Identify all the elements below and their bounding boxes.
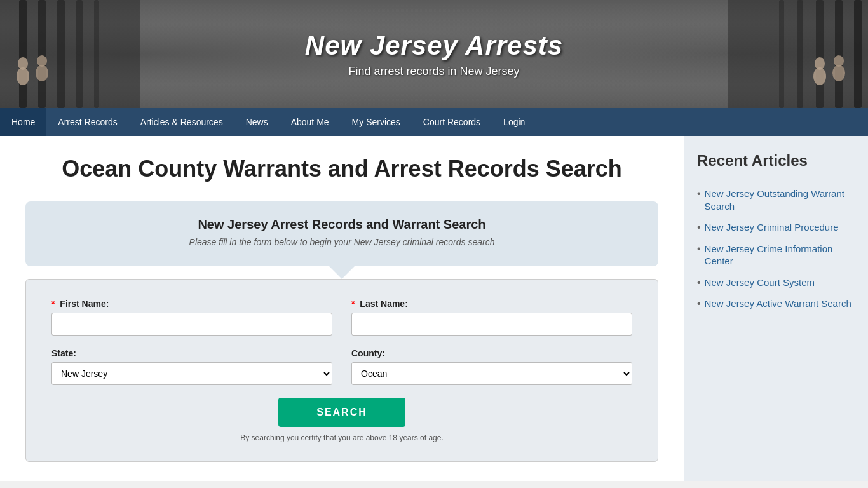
sidebar: Recent Articles • New Jersey Outstanding… — [684, 136, 868, 481]
page-title: Ocean County Warrants and Arrest Records… — [25, 155, 658, 182]
header-bars-right — [728, 0, 868, 108]
county-select[interactable]: Ocean — [351, 362, 632, 385]
first-name-required: * — [51, 299, 55, 309]
article-link-2[interactable]: New Jersey Crime Information Center — [705, 243, 855, 268]
svg-point-18 — [832, 65, 845, 81]
list-item: • New Jersey Crime Information Center — [697, 243, 855, 268]
svg-point-17 — [815, 57, 825, 70]
bullet-icon: • — [697, 188, 701, 200]
sidebar-title: Recent Articles — [697, 152, 855, 175]
svg-rect-2 — [38, 0, 46, 108]
search-box-title: New Jersey Arrest Records and Warrant Se… — [44, 217, 639, 232]
first-name-label: * First Name: — [51, 299, 332, 309]
last-name-label: * Last Name: — [351, 299, 632, 309]
list-item: • New Jersey Criminal Procedure — [697, 221, 855, 234]
nav-court-records[interactable]: Court Records — [412, 108, 492, 136]
site-subtitle: Find arrest records in New Jersey — [305, 65, 563, 78]
county-group: County: Ocean — [351, 348, 632, 385]
state-label: State: — [51, 348, 332, 358]
nav-about-me[interactable]: About Me — [280, 108, 341, 136]
svg-rect-13 — [816, 0, 824, 108]
header-text: New Jersey Arrests Find arrest records i… — [305, 30, 563, 78]
bullet-icon: • — [697, 298, 701, 309]
nav-articles-resources[interactable]: Articles & Resources — [129, 108, 234, 136]
nav-login[interactable]: Login — [492, 108, 536, 136]
first-name-label-text: First Name: — [60, 299, 109, 309]
article-link-3[interactable]: New Jersey Court System — [705, 276, 815, 289]
search-button[interactable]: SEARCH — [278, 398, 405, 427]
svg-rect-15 — [854, 0, 862, 108]
recent-articles-list: • New Jersey Outstanding Warrant Search … — [697, 187, 855, 310]
site-title: New Jersey Arrests — [305, 30, 563, 61]
header: New Jersey Arrests Find arrest records i… — [0, 0, 868, 108]
name-fields-row: * First Name: * Last Name: — [51, 299, 632, 336]
svg-point-6 — [17, 67, 29, 85]
svg-rect-12 — [797, 0, 803, 108]
svg-point-16 — [813, 67, 826, 85]
search-form-container: * First Name: * Last Name: State: — [25, 279, 658, 462]
main-nav: Home Arrest Records Articles & Resources… — [0, 108, 868, 136]
last-name-required: * — [351, 299, 355, 309]
last-name-label-text: Last Name: — [360, 299, 407, 309]
bullet-icon: • — [697, 277, 701, 288]
svg-rect-11 — [779, 0, 784, 108]
svg-point-7 — [18, 57, 28, 70]
svg-rect-5 — [94, 0, 99, 108]
nav-my-services[interactable]: My Services — [341, 108, 412, 136]
search-box-subtitle: Please fill in the form below to begin y… — [44, 237, 639, 247]
first-name-group: * First Name: — [51, 299, 332, 336]
article-link-1[interactable]: New Jersey Criminal Procedure — [705, 221, 839, 234]
list-item: • New Jersey Court System — [697, 276, 855, 289]
form-disclaimer: By searching you certify that you are ab… — [51, 433, 632, 442]
svg-point-9 — [37, 55, 47, 67]
svg-point-8 — [36, 65, 48, 81]
county-label: County: — [351, 348, 632, 358]
last-name-input[interactable] — [351, 313, 632, 336]
search-description-box: New Jersey Arrest Records and Warrant Se… — [25, 201, 658, 266]
location-fields-row: State: New Jersey County: Ocean — [51, 348, 632, 385]
article-link-4[interactable]: New Jersey Active Warrant Search — [705, 297, 851, 310]
first-name-input[interactable] — [51, 313, 332, 336]
article-link-0[interactable]: New Jersey Outstanding Warrant Search — [705, 187, 855, 212]
state-group: State: New Jersey — [51, 348, 332, 385]
svg-rect-1 — [19, 0, 27, 108]
header-bars-left — [0, 0, 140, 108]
bullet-icon: • — [697, 243, 701, 255]
svg-rect-3 — [57, 0, 65, 108]
state-select[interactable]: New Jersey — [51, 362, 332, 385]
main-container: Ocean County Warrants and Arrest Records… — [0, 136, 868, 481]
svg-rect-14 — [835, 0, 843, 108]
bullet-icon: • — [697, 222, 701, 233]
nav-arrest-records[interactable]: Arrest Records — [46, 108, 128, 136]
svg-rect-4 — [76, 0, 83, 108]
nav-home[interactable]: Home — [0, 108, 46, 136]
last-name-group: * Last Name: — [351, 299, 632, 336]
list-item: • New Jersey Outstanding Warrant Search — [697, 187, 855, 212]
nav-news[interactable]: News — [234, 108, 280, 136]
content-area: Ocean County Warrants and Arrest Records… — [0, 136, 684, 481]
arrow-down-indicator — [329, 266, 355, 279]
list-item: • New Jersey Active Warrant Search — [697, 297, 855, 310]
svg-point-19 — [834, 55, 844, 67]
